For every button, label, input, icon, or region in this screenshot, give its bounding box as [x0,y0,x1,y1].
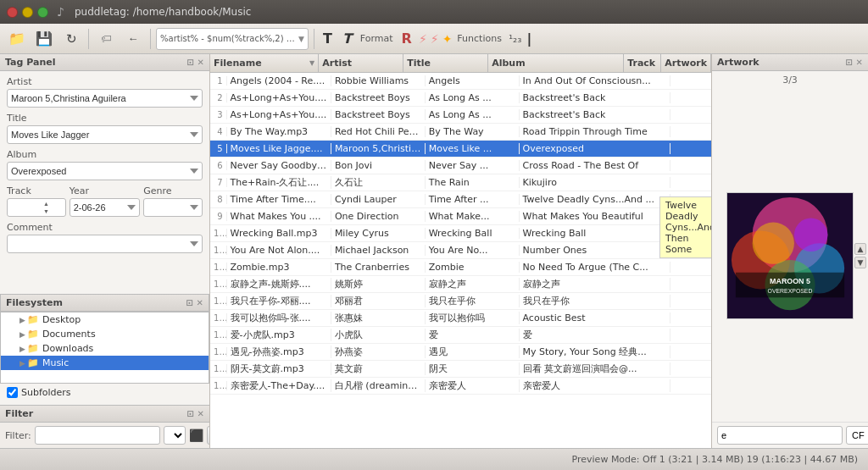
filter-row: Filter: ⬛ Go [0,423,209,448]
artwork-scroll-down[interactable]: ▼ [854,257,866,268]
filter-combo[interactable] [164,426,186,445]
t-italic-button[interactable]: T [339,29,355,48]
row-number: 5 [210,144,227,153]
filter-input[interactable] [35,426,160,445]
fs-close-icon[interactable]: ✕ [197,298,203,307]
genre-input[interactable] [143,198,203,217]
file-list-body[interactable]: 1Angels (2004 - Re....Robbie WilliamsAng… [210,73,711,448]
row-number: 8 [210,195,227,204]
open-folder-button[interactable]: 📁 [5,27,29,51]
row-number: 2 [210,93,227,102]
col-header-album[interactable]: Album [488,54,624,72]
table-row[interactable]: 1Angels (2004 - Re....Robbie WilliamsAng… [210,73,711,90]
filter-detach-icon[interactable]: ⊡ [186,409,193,418]
back-icon: ← [128,32,139,45]
comment-field: Comment [7,222,203,253]
save-button[interactable]: 💾 [32,27,56,51]
comment-input[interactable] [7,235,203,253]
cell-artist: 姚斯婷 [331,278,426,290]
back-button[interactable]: ← [121,27,145,51]
refresh-button[interactable]: ↻ [59,27,83,51]
close-button[interactable] [7,7,18,18]
detach-icon[interactable]: ⊡ [186,58,193,67]
minimize-button[interactable] [22,7,33,18]
artwork-tag-input[interactable]: e [717,426,843,445]
cell-title: 遇见 [426,346,520,358]
row-number: 14 [210,296,227,306]
separator-1 [88,29,89,49]
year-input[interactable]: 2-06-26 [70,198,141,217]
table-row[interactable]: 2As+Long+As+You....Backstreet BoysAs Lon… [210,90,711,107]
col-header-filename[interactable]: Filename ▼ [210,54,319,72]
table-row[interactable]: 17遇见-孙燕姿.mp3孙燕姿遇见My Story, Your Song 经典.… [210,344,711,361]
track-spin-buttons: ▲ ▼ [42,200,51,215]
table-row[interactable]: 14我只在乎你-邓丽....邓丽君我只在乎你我只在乎你 [210,293,711,310]
cell-album: What Makes You Beautiful [520,211,670,222]
numbering-icon[interactable]: ¹₂₃ [509,32,522,45]
t-bold-button[interactable]: T [320,29,336,48]
track-down-button[interactable]: ▼ [42,207,51,215]
table-row[interactable]: 11You Are Not Alon....Michael JacksonYou… [210,242,711,259]
table-row[interactable]: 9What Makes You ....One DirectionWhat Ma… [210,208,711,225]
filesystem-tree[interactable]: ▶📁Desktop▶📁Documents▶📁Downloads▶📁Music [0,312,209,384]
table-row[interactable]: 5Moves Like Jagge....Maroon 5,Christin..… [210,141,711,158]
fs-header-icons: ⊡ ✕ [186,298,203,307]
r-button[interactable]: R [398,29,415,48]
lightning1-icon[interactable]: ⚡ [419,32,427,46]
table-row[interactable]: 18阴天-莫文蔚.mp3莫文蔚阴天回看 莫文蔚巡回演唱会@... [210,361,711,378]
title-input[interactable]: Moves Like Jagger [7,125,203,144]
table-row[interactable]: 12Zombie.mp3The CranberriesZombieNo Need… [210,259,711,276]
cell-artist: 小虎队 [331,329,426,341]
close-panel-icon[interactable]: ✕ [198,58,204,67]
separator-2 [150,29,151,49]
maximize-button[interactable] [37,7,48,18]
track-year-genre-row: Track ▲ ▼ Year 2-06-26 [7,185,203,217]
track-field: Track ▲ ▼ [7,185,66,217]
artwork-detach-icon[interactable]: ⊡ [845,58,852,67]
format-dropdown-arrow[interactable]: ▼ [298,35,304,43]
table-row[interactable]: 10Wrecking Ball.mp3Miley CyrusWrecking B… [210,225,711,242]
cell-filename: What Makes You .... [227,211,331,222]
artwork-image-area: MAROON 5 OVEREXPOSED ▲ ▼ [712,89,868,422]
table-row[interactable]: 3As+Long+As+You....Backstreet BoysAs Lon… [210,107,711,124]
filter-close-icon[interactable]: ✕ [198,409,204,418]
track-spinner[interactable]: ▲ ▼ [7,198,66,217]
artwork-scroll-up[interactable]: ▲ [854,243,866,255]
row-number: 18 [210,364,227,373]
col-header-artwork[interactable]: Artwork [661,54,711,72]
col-header-title[interactable]: Title [403,54,488,72]
fs-detach-icon[interactable]: ⊡ [186,298,192,307]
table-row[interactable]: 13寂静之声-姚斯婷....姚斯婷寂静之声寂静之声 [210,276,711,293]
filter-stop-icon[interactable]: ⬛ [189,429,203,442]
artwork-scroll-buttons: ▲ ▼ [854,243,866,268]
fs-item[interactable]: ▶📁Music [1,356,209,370]
album-field: Album Overexposed [7,149,203,180]
fs-item[interactable]: ▶📁Documents [1,327,209,341]
col-header-track[interactable]: Track [624,54,661,72]
fs-item[interactable]: ▶📁Desktop [1,312,209,327]
fs-item[interactable]: ▶📁Downloads [1,341,209,356]
subfolders-checkbox[interactable] [7,387,18,398]
tag-from-file-button[interactable]: 🏷 [94,27,118,51]
star-icon[interactable]: ✦ [442,32,453,46]
artist-input[interactable]: Maroon 5,Christina Aguilera [7,89,203,108]
lightning2-icon[interactable]: ⚡ [431,32,439,46]
col-header-artist[interactable]: Artist [319,54,403,72]
table-row[interactable]: 4By The Way.mp3Red Hot Chili Pep...By Th… [210,124,711,141]
track-up-button[interactable]: ▲ [42,200,51,207]
table-row[interactable]: 15我可以抱你吗-张....张惠妹我可以抱你吗Acoustic Best [210,310,711,327]
table-row[interactable]: 8Time After Time....Cyndi LauperTime Aft… [210,191,711,208]
title-field: Title Moves Like Jagger [7,113,203,144]
artwork-combo[interactable]: CF [846,426,868,445]
track-input[interactable] [8,202,42,213]
table-row[interactable]: 7The+Rain-久石让....久石让The RainKikujiro [210,174,711,191]
table-row[interactable]: 6Never Say Goodbye....Bon JoviNever Say … [210,158,711,174]
filename-sort-icon: ▼ [309,59,314,67]
table-row[interactable]: 16爱-小虎队.mp3小虎队爱爱 [210,327,711,344]
cell-title: Never Say ... [426,160,520,171]
artwork-close-icon[interactable]: ✕ [856,58,863,67]
format-box[interactable]: %artist% - $num(%track%,2) - %title% ▼ [156,28,309,50]
album-input[interactable]: Overexposed [7,162,203,180]
table-row[interactable]: 19亲密爱人-The+Day....白凡楷 (dreamine...亲密爱人亲密… [210,378,711,395]
artist-field: Artist Maroon 5,Christina Aguilera [7,76,203,108]
